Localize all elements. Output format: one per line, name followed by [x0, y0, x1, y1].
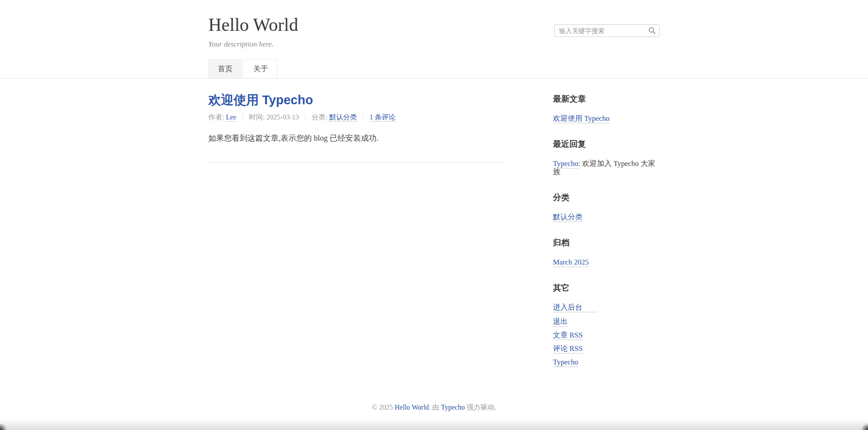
site-title-link[interactable]: Hello World [208, 15, 298, 35]
list-item: 默认分类 [553, 213, 660, 221]
main-content: 欢迎使用 Typecho 作者: Lee|时间: 2025-03-13|分类: … [0, 79, 868, 382]
list-item: 文章 RSS [553, 331, 660, 339]
window-corner-right [861, 423, 868, 430]
category-label: 分类: [312, 113, 329, 121]
post-rss-link[interactable]: 文章 RSS [553, 331, 583, 340]
admin-link[interactable]: 进入后台 [553, 303, 597, 312]
post: 欢迎使用 Typecho 作者: Lee|时间: 2025-03-13|分类: … [208, 93, 506, 163]
meta-separator: | [305, 113, 306, 121]
search-box [554, 24, 660, 37]
post-divider [208, 162, 506, 163]
list-item: 评论 RSS [553, 344, 660, 353]
search-input[interactable] [554, 24, 660, 37]
comment-author-link[interactable]: Typecho [553, 159, 578, 169]
site-description: Your description here. [208, 40, 660, 49]
archive-link[interactable]: March 2025 [553, 258, 589, 267]
footer-site-link[interactable]: Hello World [395, 404, 429, 411]
sidebar: 最新文章 欢迎使用 Typecho 最近回复 Typecho: 欢迎加入 Typ… [553, 93, 660, 382]
list-item: 退出 [553, 318, 660, 326]
widget-title: 最新文章 [553, 93, 660, 105]
widget-title: 分类 [553, 192, 660, 203]
category-link[interactable]: 默认分类 [329, 113, 357, 122]
nav-item-about[interactable]: 关于 [243, 59, 277, 78]
time-label: 时间: [249, 113, 266, 121]
meta-separator: | [362, 113, 364, 121]
widget-archives: 归档 March 2025 [553, 237, 660, 266]
recent-post-link[interactable]: 欢迎使用 Typecho [553, 114, 610, 123]
post-meta: 作者: Lee|时间: 2025-03-13|分类: 默认分类|1 条评论 [208, 113, 506, 122]
post-date: 2025-03-13 [266, 113, 299, 121]
widget-title: 归档 [553, 237, 660, 248]
typecho-link[interactable]: Typecho [553, 358, 578, 367]
post-body: 如果您看到这篇文章,表示您的 blog 已经安装成功. [208, 132, 506, 144]
widget-recent-posts: 最新文章 欢迎使用 Typecho [553, 93, 660, 122]
post-title-link[interactable]: 欢迎使用 Typecho [208, 93, 313, 107]
list-item: 进入后台 [553, 303, 660, 312]
comments-link[interactable]: 1 条评论 [370, 113, 396, 122]
window-bottom-shadow [0, 419, 868, 430]
widget-other: 其它 进入后台 退出 文章 RSS 评论 RSS Typecho [553, 282, 660, 366]
footer-suffix-text: 强力驱动. [465, 404, 496, 411]
list-item: Typecho [553, 358, 660, 366]
main-nav: 首页 关于 [208, 59, 660, 78]
widget-recent-comments: 最近回复 Typecho: 欢迎加入 Typecho 大家族 [553, 139, 660, 176]
author-link[interactable]: Lee [226, 113, 236, 122]
comment-rss-link[interactable]: 评论 RSS [553, 344, 583, 354]
widget-title: 最近回复 [553, 139, 660, 150]
post-column: 欢迎使用 Typecho 作者: Lee|时间: 2025-03-13|分类: … [208, 93, 506, 163]
nav-item-home[interactable]: 首页 [208, 59, 242, 78]
list-item: 欢迎使用 Typecho [553, 114, 660, 122]
search-icon[interactable] [648, 26, 656, 35]
widget-categories: 分类 默认分类 [553, 192, 660, 221]
widget-title: 其它 [553, 282, 660, 294]
window-corner-left [0, 423, 7, 430]
list-item: March 2025 [553, 258, 660, 266]
site-footer: © 2025 Hello World. 由 Typecho 强力驱动. [0, 382, 868, 412]
footer-middle-text: . 由 [429, 404, 441, 411]
list-item: Typecho: 欢迎加入 Typecho 大家族 [553, 159, 660, 176]
site-header: Hello World Your description here. 首页 关于 [0, 0, 868, 79]
author-label: 作者: [208, 113, 226, 121]
post-title: 欢迎使用 Typecho [208, 93, 506, 107]
copyright-text: © 2025 [372, 404, 395, 411]
category-sidebar-link[interactable]: 默认分类 [553, 213, 582, 222]
logout-link[interactable]: 退出 [553, 318, 568, 327]
footer-engine-link[interactable]: Typecho [441, 404, 465, 411]
meta-separator: | [242, 113, 243, 121]
